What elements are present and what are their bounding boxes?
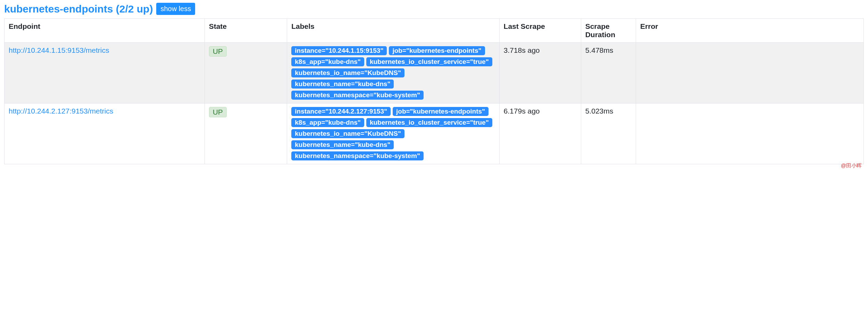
- label-pill: instance="10.244.1.15:9153": [291, 46, 387, 55]
- table-row: http://10.244.2.127:9153/metricsUPinstan…: [5, 103, 864, 164]
- col-scrape-duration: Scrape Duration: [581, 19, 636, 43]
- col-last-scrape: Last Scrape: [499, 19, 581, 43]
- table-row: http://10.244.1.15:9153/metricsUPinstanc…: [5, 43, 864, 103]
- state-badge: UP: [209, 46, 227, 57]
- col-labels: Labels: [287, 19, 499, 43]
- state-badge: UP: [209, 107, 227, 117]
- last-scrape: 6.179s ago: [499, 103, 581, 164]
- scrape-duration: 5.023ms: [581, 103, 636, 164]
- col-state: State: [205, 19, 287, 43]
- scrape-duration: 5.478ms: [581, 43, 636, 103]
- endpoint-link[interactable]: http://10.244.2.127:9153/metrics: [9, 107, 113, 115]
- label-pill: kubernetes_name="kube-dns": [291, 80, 394, 89]
- label-pill: kubernetes_name="kube-dns": [291, 140, 394, 149]
- col-endpoint: Endpoint: [5, 19, 205, 43]
- endpoint-link[interactable]: http://10.244.1.15:9153/metrics: [9, 46, 109, 54]
- label-pill: k8s_app="kube-dns": [291, 118, 364, 127]
- error: [636, 43, 864, 103]
- label-pill: kubernetes_io_name="KubeDNS": [291, 68, 404, 77]
- show-less-button[interactable]: show less: [156, 3, 195, 15]
- label-pill: kubernetes_io_cluster_service="true": [366, 118, 492, 127]
- label-pill: kubernetes_namespace="kube-system": [291, 91, 424, 100]
- watermark: @田小晖: [841, 163, 862, 169]
- job-title[interactable]: kubernetes-endpoints (2/2 up): [4, 3, 153, 15]
- targets-table: Endpoint State Labels Last Scrape Scrape…: [4, 18, 864, 164]
- label-pill: job="kubernetes-endpoints": [389, 46, 485, 55]
- error: [636, 103, 864, 164]
- labels: instance="10.244.1.15:9153"job="kubernet…: [291, 46, 495, 100]
- label-pill: kubernetes_namespace="kube-system": [291, 151, 424, 160]
- label-pill: instance="10.244.2.127:9153": [291, 107, 391, 116]
- label-pill: kubernetes_io_cluster_service="true": [366, 57, 492, 66]
- label-pill: kubernetes_io_name="KubeDNS": [291, 129, 404, 138]
- labels: instance="10.244.2.127:9153"job="kuberne…: [291, 107, 495, 160]
- label-pill: k8s_app="kube-dns": [291, 57, 364, 66]
- last-scrape: 3.718s ago: [499, 43, 581, 103]
- label-pill: job="kubernetes-endpoints": [393, 107, 489, 116]
- col-error: Error: [636, 19, 864, 43]
